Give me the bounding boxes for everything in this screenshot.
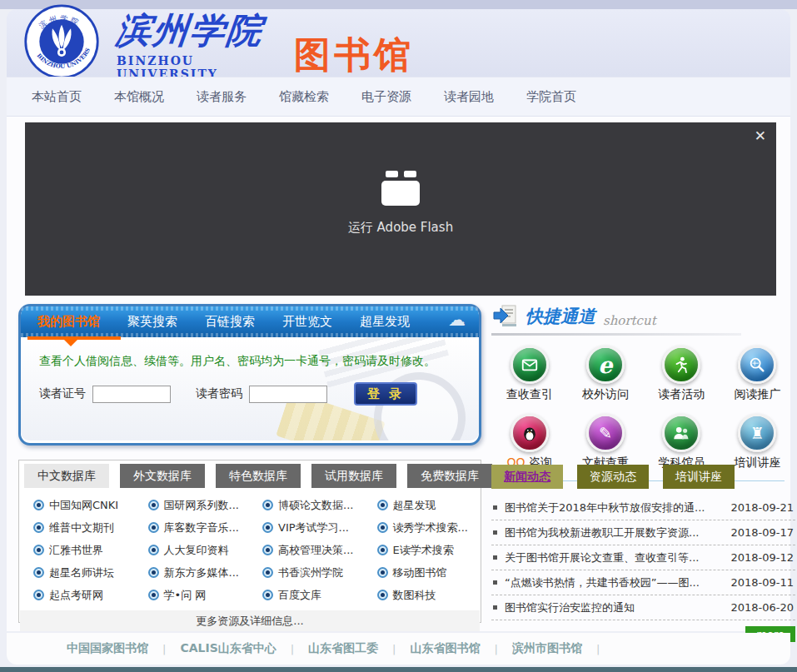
login-notice: 查看个人借阅信息、续借等。用户名、密码均为一卡通号，密码请及时修改。 <box>39 354 479 369</box>
database-link[interactable]: 学•问 网 <box>136 584 251 606</box>
radio-bullet-icon <box>33 590 44 600</box>
nav-item-home[interactable]: 本站首页 <box>32 89 82 105</box>
my-library-panel: 我的图书馆 聚英搜索 百链搜索 开世览文 超星发现 ☁ 查看个人借阅信息、续借等… <box>18 304 481 446</box>
shortcut-header: 快捷通道 shortcut <box>491 305 795 328</box>
flash-run-prompt[interactable]: 运行 Adobe Flash <box>25 171 776 236</box>
tab-special-databases[interactable]: 特色数据库 <box>216 464 301 488</box>
footer-link-national-library[interactable]: 中国国家图书馆 <box>67 641 148 656</box>
nav-item-reader-services[interactable]: 读者服务 <box>197 89 247 105</box>
radio-bullet-icon <box>33 500 44 510</box>
database-link[interactable]: 人大复印资料 <box>136 539 251 561</box>
database-link[interactable]: 维普中文期刊 <box>21 516 136 539</box>
database-link[interactable]: 移动图书馆 <box>365 561 480 584</box>
nav-item-university-home[interactable]: 学院首页 <box>526 89 576 105</box>
radio-bullet-icon <box>148 522 159 533</box>
tab-bailian-search[interactable]: 百链搜索 <box>205 314 255 330</box>
radio-bullet-icon <box>262 590 273 600</box>
close-icon[interactable]: ✕ <box>755 127 766 144</box>
shortcut-plagiarism-check[interactable]: ✎ 文献查重 <box>567 414 643 470</box>
tab-foreign-databases[interactable]: 外文数据库 <box>120 464 205 488</box>
news-tabs: 新闻动态 资源动态 培训讲座 <box>491 465 795 489</box>
news-panel: 新闻动态 资源动态 培训讲座 图书馆关于2018年中秋节放假安排的通... 20… <box>491 465 795 642</box>
divider: | <box>495 643 498 655</box>
shortcut-reading-promotion[interactable]: 阅读推广 <box>720 346 795 402</box>
tab-chinese-databases[interactable]: 中文数据库 <box>24 464 109 488</box>
shortcut-panel: 快捷通道 shortcut 查收查引 e 校外访问 读者活动 <box>491 305 795 481</box>
shortcut-training-lectures[interactable]: ♜ 培训讲座 <box>720 414 795 470</box>
database-link[interactable]: 国研网系列数... <box>136 494 251 516</box>
divider: | <box>392 643 396 655</box>
news-link[interactable]: 关于图书馆开展论文查重、查收查引等... <box>505 550 723 565</box>
footer-links-bar: 中国国家图书馆| CALIS山东省中心| 山东省图工委| 山东省图书馆| 滨州市… <box>7 633 790 665</box>
radio-bullet-icon <box>262 522 273 533</box>
news-date: 2018-09-11 <box>730 576 794 589</box>
radio-bullet-icon <box>377 545 388 555</box>
shortcut-title-en: shortcut <box>603 313 656 328</box>
tab-kaishi-lanwen[interactable]: 开世览文 <box>282 314 332 330</box>
university-logo[interactable]: BINZHOU UNIVERSITY 滨 州 学 院 <box>23 3 100 80</box>
tab-free-databases[interactable]: 免费数据库 <box>407 464 492 488</box>
shortcut-qq-consult[interactable]: QQ 咨询 <box>491 414 567 470</box>
database-link[interactable]: VIP考试学习... <box>250 516 365 539</box>
database-link[interactable]: 超星发现 <box>365 494 480 516</box>
top-strip <box>0 0 797 9</box>
footer-link-shandong-library-committee[interactable]: 山东省图工委 <box>308 641 378 656</box>
reader-password-input[interactable] <box>249 386 327 403</box>
database-link[interactable]: 中国知网CNKI <box>21 494 136 516</box>
nav-item-about[interactable]: 本馆概况 <box>114 89 164 105</box>
nav-item-reader-corner[interactable]: 读者园地 <box>444 89 494 105</box>
active-tab-arrow-icon <box>64 340 77 353</box>
database-link[interactable]: E读学术搜索 <box>365 539 480 561</box>
database-link[interactable]: 读秀学术搜索... <box>365 516 480 539</box>
shortcut-subject-librarian[interactable]: 学科馆员 <box>644 414 720 470</box>
library-homepage: BINZHOU UNIVERSITY 滨 州 学 院 滨州学院 BINZHOU … <box>0 0 797 672</box>
reader-id-input[interactable] <box>92 386 171 403</box>
tab-juying-search[interactable]: 聚英搜索 <box>127 314 177 330</box>
databases-panel: 中文数据库 外文数据库 特色数据库 试用数据库 免费数据库 中国知网CNKI 国… <box>18 460 481 623</box>
tab-resource-updates[interactable]: 资源动态 <box>577 465 649 489</box>
flash-plugin-icon <box>25 171 776 206</box>
footer-link-binzhou-city-library[interactable]: 滨州市图书馆 <box>512 641 582 656</box>
footer-link-calis-shandong[interactable]: CALIS山东省中心 <box>180 641 276 656</box>
news-link[interactable]: 图书馆实行治安监控的通知 <box>505 600 723 615</box>
tab-my-library[interactable]: 我的图书馆 <box>37 314 100 330</box>
database-link[interactable]: 汇雅书世界 <box>21 539 136 561</box>
tab-training-lectures[interactable]: 培训讲座 <box>663 465 735 489</box>
database-link[interactable]: 百度文库 <box>250 584 365 606</box>
reader-password-label: 读者密码 <box>196 386 242 401</box>
shortcut-citation-check[interactable]: 查收查引 <box>491 346 567 402</box>
footer-link-shandong-library[interactable]: 山东省图书馆 <box>411 641 481 656</box>
database-link[interactable]: 数图科技 <box>365 584 480 606</box>
shortcut-offcampus-access[interactable]: e 校外访问 <box>567 346 643 402</box>
database-link[interactable]: 高校管理决策... <box>250 539 365 561</box>
database-link[interactable]: 新东方多媒体... <box>136 561 251 584</box>
qq-penguin-icon <box>511 414 549 452</box>
site-header: BINZHOU UNIVERSITY 滨 州 学 院 滨州学院 BINZHOU … <box>7 9 790 77</box>
more-resources-link[interactable]: 更多资源及详细信息... <box>20 610 480 631</box>
database-link[interactable]: 博硕论文数据... <box>250 494 365 516</box>
database-link[interactable]: 起点考研网 <box>21 584 136 606</box>
database-link[interactable]: 库客数字音乐... <box>136 516 251 539</box>
news-link[interactable]: 图书馆为我校新进教职工开展数字资源... <box>505 525 723 540</box>
pencil-icon: ✎ <box>586 414 625 452</box>
shortcut-reader-activities[interactable]: 读者活动 <box>644 346 720 402</box>
tab-trial-databases[interactable]: 试用数据库 <box>311 464 396 488</box>
radio-bullet-icon <box>262 567 273 578</box>
arrow-document-icon <box>493 305 518 328</box>
database-link[interactable]: 超星名师讲坛 <box>21 561 136 584</box>
login-button[interactable]: 登 录 <box>354 382 417 406</box>
bullet-icon <box>493 605 497 610</box>
bottom-strip <box>0 667 797 672</box>
flash-banner-placeholder[interactable]: ✕ 运行 Adobe Flash <box>25 122 776 296</box>
news-row: 关于图书馆开展论文查重、查收查引等... 2018-09-12 <box>491 545 795 570</box>
nav-item-e-resources[interactable]: 电子资源 <box>361 89 411 105</box>
page-title: 图书馆 <box>294 31 414 80</box>
tab-news[interactable]: 新闻动态 <box>491 465 563 489</box>
magnifier-globe-icon <box>738 346 776 384</box>
tab-chaoxing-discovery[interactable]: 超星发现 <box>360 314 410 330</box>
nav-item-catalog-search[interactable]: 馆藏检索 <box>279 89 329 105</box>
news-link[interactable]: “点燃读书热情，共建书香校园”——图... <box>505 575 723 590</box>
news-link[interactable]: 图书馆关于2018年中秋节放假安排的通... <box>505 500 723 515</box>
database-link[interactable]: 书香滨州学院 <box>250 561 365 584</box>
radio-bullet-icon <box>377 567 388 578</box>
